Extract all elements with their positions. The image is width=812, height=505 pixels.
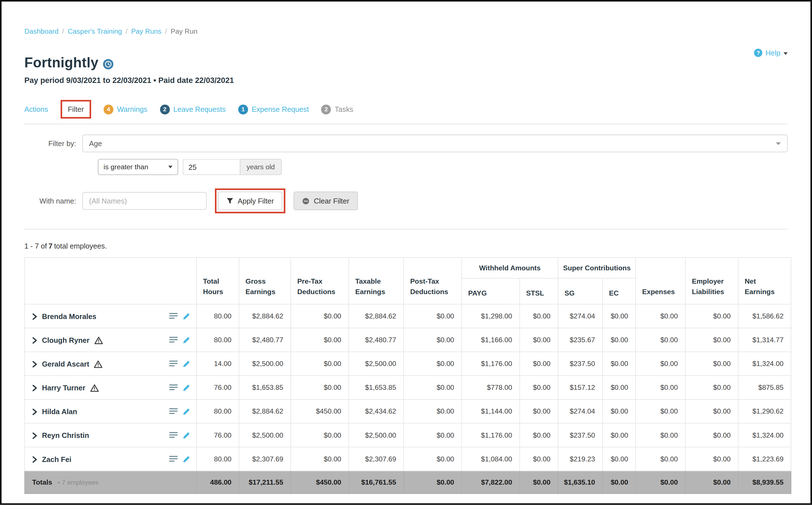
tab-expense-request[interactable]: 1 Expense Request bbox=[238, 105, 309, 114]
tab-bar: Actions Filter 4 Warnings 2 Leave Reques… bbox=[24, 100, 788, 124]
filter-by-select[interactable]: Age bbox=[83, 135, 788, 152]
apply-filter-button[interactable]: Apply Filter bbox=[218, 192, 282, 210]
cell-value: $0.00 bbox=[520, 423, 558, 447]
filter-funnel-icon bbox=[226, 197, 233, 205]
breadcrumb-separator: / bbox=[165, 27, 167, 35]
totals-label-cell: Totals • 7 employees bbox=[25, 471, 196, 494]
employee-name[interactable]: Clough Ryner bbox=[42, 336, 90, 344]
unit-addon: years old bbox=[240, 159, 282, 175]
cell-value: $0.00 bbox=[603, 376, 636, 399]
edit-pencil-icon[interactable] bbox=[183, 360, 190, 367]
cell-value: $0.00 bbox=[603, 423, 636, 447]
tab-warnings[interactable]: 4 Warnings bbox=[104, 105, 148, 114]
notes-icon[interactable] bbox=[169, 313, 177, 320]
edit-pencil-icon[interactable] bbox=[183, 384, 190, 391]
breadcrumb-business[interactable]: Casper's Training bbox=[68, 27, 122, 35]
notes-icon[interactable] bbox=[169, 408, 177, 415]
chevron-right-icon[interactable] bbox=[32, 313, 37, 320]
chevron-right-icon[interactable] bbox=[32, 384, 37, 391]
cell-value: $274.04 bbox=[558, 304, 603, 328]
employee-name[interactable]: Zach Fei bbox=[42, 455, 71, 463]
notes-icon[interactable] bbox=[169, 337, 177, 343]
column-header-stsl: STSL bbox=[520, 278, 558, 304]
age-value-input[interactable] bbox=[183, 159, 240, 175]
cell-value: $0.00 bbox=[685, 423, 739, 447]
totals-cell-value: $7,822.00 bbox=[462, 471, 520, 494]
totals-cell-value: $17,211.55 bbox=[239, 471, 291, 494]
chevron-right-icon[interactable] bbox=[32, 361, 37, 367]
condition-value: is greater than bbox=[104, 163, 148, 171]
breadcrumb-separator: / bbox=[62, 27, 64, 35]
cell-value: $0.00 bbox=[685, 376, 739, 399]
employee-name[interactable]: Brenda Morales bbox=[42, 312, 96, 320]
tab-tasks[interactable]: 2 Tasks bbox=[321, 105, 353, 114]
group-header-withheld-amounts: Withheld Amounts bbox=[462, 258, 558, 278]
employee-name[interactable]: Harry Turner bbox=[42, 383, 85, 391]
cell-value: $0.00 bbox=[291, 376, 349, 399]
cell-value: $0.00 bbox=[291, 304, 349, 328]
table-row: Zach Fei80.00$2,307.69$0.00$2,307.69$0.0… bbox=[25, 447, 791, 471]
cell-value: $0.00 bbox=[685, 328, 739, 352]
help-icon: ? bbox=[754, 49, 763, 57]
column-header-employer-liabilities: Employer Liabilities bbox=[685, 258, 739, 304]
tab-filter[interactable]: Filter bbox=[68, 105, 84, 113]
cell-value: $1,324.00 bbox=[738, 423, 791, 447]
cell-value: $0.00 bbox=[291, 447, 349, 471]
cell-value: $0.00 bbox=[685, 447, 739, 471]
edit-pencil-icon[interactable] bbox=[183, 456, 190, 463]
employee-name-cell: Hilda Alan bbox=[25, 399, 196, 423]
cell-value: $0.00 bbox=[603, 304, 636, 328]
table-row: Clough Ryner80.00$2,480.77$0.00$2,480.77… bbox=[25, 328, 791, 352]
cell-value: $0.00 bbox=[404, 423, 462, 447]
cell-value: $0.00 bbox=[404, 399, 462, 423]
annotation-box-apply-filter: Apply Filter bbox=[215, 188, 285, 213]
cell-value: $0.00 bbox=[291, 423, 349, 447]
notes-icon[interactable] bbox=[169, 432, 177, 439]
cell-value: $2,307.69 bbox=[349, 447, 404, 471]
cell-value: $0.00 bbox=[404, 304, 462, 328]
cell-value: $1,298.00 bbox=[462, 304, 520, 328]
condition-select[interactable]: is greater than bbox=[98, 159, 178, 175]
cell-value: $2,480.77 bbox=[239, 328, 291, 352]
notes-icon[interactable] bbox=[169, 384, 177, 391]
cell-value: $0.00 bbox=[685, 352, 739, 376]
chevron-right-icon[interactable] bbox=[32, 408, 37, 415]
warnings-count-badge: 4 bbox=[104, 105, 114, 114]
column-header-sg: SG bbox=[558, 278, 603, 304]
tab-actions[interactable]: Actions bbox=[24, 105, 48, 113]
notes-icon[interactable] bbox=[169, 456, 177, 463]
totals-row: Totals • 7 employees 486.00$17,211.55$45… bbox=[25, 471, 791, 494]
pay-run-table: Total Hours Gross Earnings Pre-Tax Deduc… bbox=[24, 257, 791, 494]
tab-label: Expense Request bbox=[252, 105, 309, 113]
help-menu[interactable]: ? Help bbox=[754, 49, 788, 57]
chevron-right-icon[interactable] bbox=[32, 432, 37, 439]
notes-icon[interactable] bbox=[169, 360, 177, 367]
breadcrumb-dashboard[interactable]: Dashboard bbox=[24, 27, 58, 35]
clear-filter-button[interactable]: Clear Filter bbox=[294, 192, 358, 210]
cell-value: $0.00 bbox=[685, 304, 739, 328]
edit-pencil-icon[interactable] bbox=[183, 407, 190, 415]
name-filter-input[interactable] bbox=[83, 192, 207, 210]
employee-name[interactable]: Reyn Christin bbox=[42, 431, 89, 439]
breadcrumb-pay-runs[interactable]: Pay Runs bbox=[131, 27, 161, 35]
chevron-right-icon[interactable] bbox=[32, 337, 37, 344]
pay-run-page: Dashboard/Casper's Training/Pay Runs/Pay… bbox=[0, 0, 812, 505]
cell-value: $0.00 bbox=[603, 328, 636, 352]
edit-pencil-icon[interactable] bbox=[183, 336, 190, 344]
tab-leave-requests[interactable]: 2 Leave Requests bbox=[160, 105, 226, 114]
table-row: Brenda Morales80.00$2,884.62$0.00$2,884.… bbox=[25, 304, 791, 328]
screenshot-stage: Dashboard/Casper's Training/Pay Runs/Pay… bbox=[0, 0, 812, 505]
employee-name[interactable]: Gerald Ascart bbox=[42, 359, 89, 368]
cell-value: $2,884.62 bbox=[349, 304, 404, 328]
employee-name[interactable]: Hilda Alan bbox=[42, 407, 77, 415]
edit-pencil-icon[interactable] bbox=[183, 313, 190, 320]
cell-value: $0.00 bbox=[685, 399, 739, 423]
edit-pencil-icon[interactable] bbox=[183, 432, 190, 439]
cell-value: $0.00 bbox=[404, 376, 462, 399]
chevron-right-icon[interactable] bbox=[32, 456, 37, 463]
totals-cell-value: $0.00 bbox=[520, 471, 558, 494]
apply-filter-label: Apply Filter bbox=[238, 197, 274, 205]
cell-value: $1,176.00 bbox=[462, 423, 520, 447]
cell-value: 76.00 bbox=[196, 423, 239, 447]
totals-cell-value: $0.00 bbox=[685, 471, 739, 494]
